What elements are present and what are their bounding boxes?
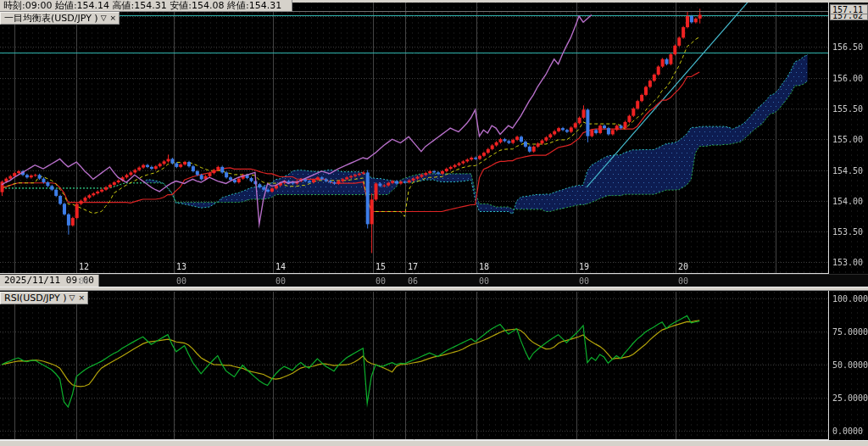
price-chart-canvas[interactable] xyxy=(0,0,868,446)
time-tick-label: 00 xyxy=(579,276,589,286)
ohlc-info-text: 時刻:09:00 始値:154.14 高値:154.31 安値:154.08 終… xyxy=(3,0,281,11)
ichimoku-title-chip[interactable]: 一目均衡表(USD/JPY ) ▽ × xyxy=(0,12,120,25)
rsi-close-icon[interactable]: × xyxy=(77,293,86,303)
price-tick-label: 156.50 xyxy=(832,42,868,52)
rsi-tick-label: 0.0000 xyxy=(832,426,868,436)
date-tick-label: 20 xyxy=(678,262,688,271)
time-tick-label: 00 xyxy=(376,276,386,286)
date-tick-label: 18 xyxy=(479,262,489,271)
window-bottom-edge xyxy=(0,440,868,446)
rsi-tick-label: 75.0000 xyxy=(832,327,868,337)
rsi-title: RSI(USD/JPY ) xyxy=(4,293,67,304)
price-tick-label: 155.00 xyxy=(832,135,868,144)
price-tick-label: 153.00 xyxy=(832,258,868,267)
date-tick-label: 17 xyxy=(408,262,418,271)
pane-separator[interactable] xyxy=(0,287,868,291)
rsi-tick-label: 100.0000 xyxy=(832,294,868,304)
date-tick-label: 15 xyxy=(376,262,386,271)
rsi-title-chip[interactable]: RSI(USD/JPY ) ▽ × xyxy=(0,292,88,304)
time-tick-label: 06 xyxy=(408,276,418,286)
price-tick-label: 154.00 xyxy=(832,197,868,206)
rsi-tick-label: 50.0000 xyxy=(832,360,868,370)
time-tick-label: 00 xyxy=(275,276,286,286)
chart-window: 時刻:09:00 始値:154.14 高値:154.31 安値:154.08 終… xyxy=(0,0,868,446)
current-price-badge: 157.11 xyxy=(830,4,868,14)
date-tick-label: 14 xyxy=(275,262,286,271)
rsi-collapse-icon[interactable]: ▽ xyxy=(69,293,76,303)
date-tick-label: 13 xyxy=(176,262,186,271)
time-tick-label: 00 xyxy=(176,276,186,286)
ichimoku-title: 一目均衡表(USD/JPY ) xyxy=(4,14,98,24)
price-tick-label: 156.00 xyxy=(832,74,868,83)
date-tick-label: 19 xyxy=(579,262,589,271)
ohlc-info-bar: 時刻:09:00 始値:154.14 高値:154.31 安値:154.08 終… xyxy=(0,0,292,12)
price-tick-label: 155.50 xyxy=(832,104,868,114)
time-tick-label: 00 xyxy=(79,276,89,286)
ichimoku-close-icon[interactable]: × xyxy=(109,14,118,23)
rsi-tick-label: 25.0000 xyxy=(832,393,868,403)
price-tick-label: 154.50 xyxy=(832,166,868,176)
date-tick-label: 12 xyxy=(79,262,89,271)
time-tick-label: 00 xyxy=(479,276,489,286)
time-axis-sub-strip: 2025/11/11 09:00 0000000006000000 xyxy=(0,274,868,287)
time-tick-label: 00 xyxy=(678,276,688,286)
price-tick-label: 153.50 xyxy=(832,227,868,237)
ichimoku-collapse-icon[interactable]: ▽ xyxy=(100,14,108,23)
